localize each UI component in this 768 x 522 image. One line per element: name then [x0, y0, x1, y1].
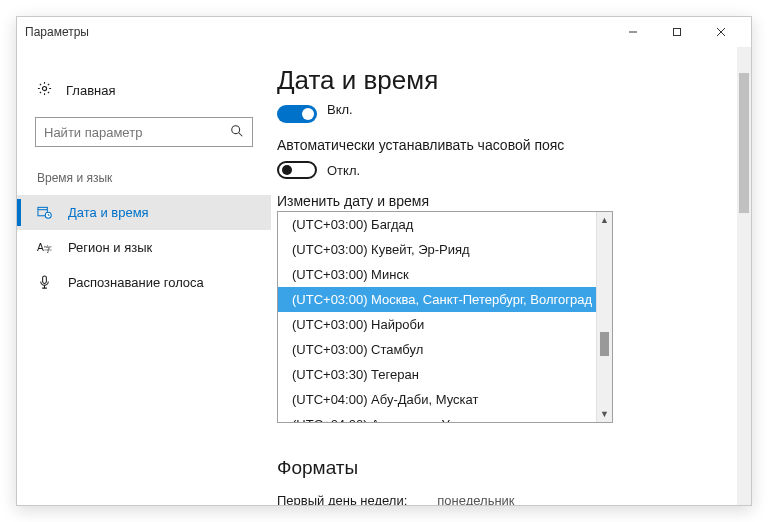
- timezone-option[interactable]: (UTC+03:00) Минск: [278, 262, 612, 287]
- section-label: Время и язык: [17, 165, 271, 195]
- sidebar-item-datetime[interactable]: Дата и время: [17, 195, 271, 230]
- auto-tz-toggle[interactable]: [277, 161, 317, 179]
- globe-text-icon: A字: [37, 240, 52, 255]
- content-area: Главная Время и язык Дата и время A字 Рег: [17, 47, 751, 505]
- home-label: Главная: [66, 83, 115, 98]
- auto-time-toggle[interactable]: [277, 105, 317, 123]
- timezone-option[interactable]: (UTC+03:00) Стамбул: [278, 337, 612, 362]
- calendar-clock-icon: [37, 205, 52, 220]
- timezone-list: (UTC+03:00) Багдад(UTC+03:00) Кувейт, Эр…: [278, 212, 612, 422]
- svg-rect-12: [43, 276, 47, 284]
- microphone-icon: [37, 275, 52, 290]
- scroll-down-arrow[interactable]: ▼: [597, 406, 612, 422]
- page-title: Дата и время: [277, 65, 741, 96]
- timezone-option[interactable]: (UTC+03:00) Москва, Санкт-Петербург, Вол…: [278, 287, 612, 312]
- timezone-dropdown[interactable]: (UTC+03:00) Багдад(UTC+03:00) Кувейт, Эр…: [277, 211, 613, 423]
- close-button[interactable]: [699, 18, 743, 46]
- search-input[interactable]: [44, 125, 230, 140]
- timezone-option[interactable]: (UTC+04:00) Астрахань, Ульяновск: [278, 412, 612, 422]
- search-box[interactable]: [35, 117, 253, 147]
- auto-tz-toggle-row: Откл.: [277, 161, 741, 179]
- auto-time-toggle-row: Вкл.: [277, 108, 741, 127]
- first-day-row: Первый день недели: понедельник: [277, 493, 741, 505]
- formats-heading: Форматы: [277, 457, 741, 479]
- svg-point-5: [232, 125, 240, 133]
- maximize-button[interactable]: [655, 18, 699, 46]
- minimize-button[interactable]: [611, 18, 655, 46]
- main-scroll-thumb[interactable]: [739, 73, 749, 213]
- timezone-option[interactable]: (UTC+03:00) Багдад: [278, 212, 612, 237]
- svg-text:字: 字: [44, 245, 52, 254]
- sidebar-item-label: Дата и время: [68, 205, 149, 220]
- dropdown-scrollbar[interactable]: ▲ ▼: [596, 212, 612, 422]
- sidebar-item-speech[interactable]: Распознавание голоса: [17, 265, 271, 300]
- svg-line-6: [239, 132, 243, 136]
- first-day-label: Первый день недели:: [277, 493, 407, 505]
- timezone-option[interactable]: (UTC+03:00) Кувейт, Эр-Рияд: [278, 237, 612, 262]
- settings-window: Параметры Главная Время: [16, 16, 752, 506]
- auto-time-state: Вкл.: [327, 102, 353, 121]
- sidebar-item-region[interactable]: A字 Регион и язык: [17, 230, 271, 265]
- window-title: Параметры: [25, 25, 89, 39]
- main-scrollbar[interactable]: [737, 47, 751, 505]
- sidebar-item-label: Распознавание голоса: [68, 275, 204, 290]
- svg-point-4: [42, 86, 46, 90]
- search-icon: [230, 124, 244, 141]
- svg-rect-1: [674, 29, 681, 36]
- scroll-thumb[interactable]: [600, 332, 609, 356]
- auto-tz-label: Автоматически устанавливать часовой пояс: [277, 137, 741, 153]
- home-link[interactable]: Главная: [17, 75, 271, 111]
- scroll-up-arrow[interactable]: ▲: [597, 212, 612, 228]
- change-datetime-label: Изменить дату и время: [277, 193, 741, 209]
- sidebar-item-label: Регион и язык: [68, 240, 152, 255]
- main-panel: Дата и время Вкл. Автоматически устанавл…: [271, 47, 751, 505]
- timezone-option[interactable]: (UTC+03:30) Тегеран: [278, 362, 612, 387]
- timezone-option[interactable]: (UTC+04:00) Абу-Даби, Мускат: [278, 387, 612, 412]
- sidebar: Главная Время и язык Дата и время A字 Рег: [17, 47, 271, 505]
- first-day-value: понедельник: [437, 493, 514, 505]
- auto-tz-state: Откл.: [327, 163, 360, 178]
- gear-icon: [37, 81, 52, 99]
- titlebar: Параметры: [17, 17, 751, 47]
- timezone-option[interactable]: (UTC+03:00) Найроби: [278, 312, 612, 337]
